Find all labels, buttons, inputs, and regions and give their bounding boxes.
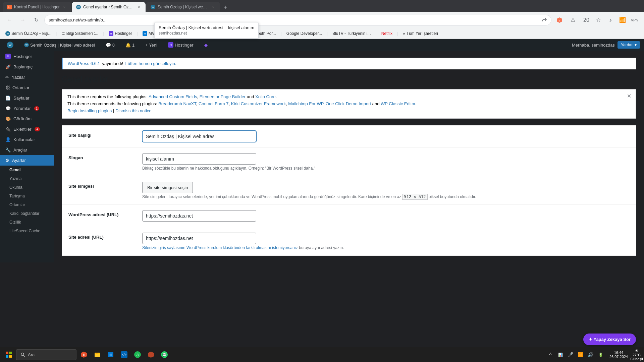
update-version-link[interactable]: WordPress 6.6.1	[68, 61, 100, 66]
begin-installing-link[interactable]: Begin installing plugins	[67, 108, 112, 113]
svg-text:B: B	[83, 353, 85, 356]
svg-text:W: W	[7, 33, 9, 35]
alert-icon[interactable]: ⚠	[568, 15, 578, 25]
sidebar-item-gorunum[interactable]: 🎨 Görünüm	[0, 114, 54, 124]
sidebar-sub-ortamlar2[interactable]: Ortamlar	[0, 200, 54, 209]
ai-button[interactable]: ✦ Yapay Zekaya Sor	[583, 334, 636, 345]
start-button[interactable]	[3, 349, 15, 361]
cf7-link[interactable]: Contact Form 7	[199, 101, 229, 106]
new-content-button[interactable]: + Yeni	[143, 39, 160, 51]
sidebar-item-ortamlar[interactable]: 🖼 Ortamlar	[0, 82, 54, 93]
bookmark-2[interactable]: ::: Bilgi Sistemleri :...	[59, 31, 101, 37]
site-title-row: Site başlığı	[62, 125, 636, 148]
tab-2-close[interactable]: ×	[136, 4, 142, 10]
bookmark-blutv[interactable]: BluTV - Türkiyenin i...	[330, 31, 373, 37]
site-url-input[interactable]	[142, 233, 256, 244]
sidebar-sub-tartisma[interactable]: Tartışma	[0, 192, 54, 200]
breadcrumb-link[interactable]: Breadcrumb NavXT	[158, 101, 196, 106]
taskbar-battery-icon[interactable]: 🔋	[596, 350, 605, 359]
hostinger-bar-item[interactable]: H Hostinger	[165, 39, 196, 51]
site-url-label: Site adresi (URL)	[68, 233, 142, 240]
tab-3[interactable]: W Semih Özdaş | Kişisel web adresi ×	[146, 2, 220, 12]
taskbar-whatsapp-item[interactable]: 💬	[158, 349, 170, 361]
ortamlar-icon: 🖼	[5, 85, 10, 90]
tab-3-close[interactable]: ×	[211, 4, 216, 10]
bookmark-all[interactable]: » Tüm Yer İşaretleri	[400, 31, 441, 37]
taskbar-system-1[interactable]: 📊	[556, 350, 565, 359]
sidebar-sub-litespeed[interactable]: LiteSpeed Cache	[0, 227, 54, 235]
sidebar-item-sayfalar[interactable]: 📄 Sayfalar	[0, 93, 54, 103]
extension-icon-1[interactable]: 20	[581, 15, 592, 25]
sidebar-item-eklentiler[interactable]: 🔌 Eklentiler 4	[0, 124, 54, 134]
sidebar-item-ayarlar[interactable]: ⚙ Ayarlar	[0, 155, 54, 166]
tab-2[interactable]: W Genel ayarlar ‹ Semih Özdaş | ×	[72, 2, 146, 12]
taskbar-volume-icon[interactable]: 🔊	[586, 350, 595, 359]
site-title-input[interactable]	[142, 131, 256, 142]
sidebar-item-baslangic[interactable]: 🚀 Başlangıç	[0, 62, 54, 72]
help-button[interactable]: Yardım ▾	[618, 41, 640, 49]
taskbar-files-item[interactable]	[91, 349, 103, 361]
bookmark-hostinger[interactable]: H Hostinger	[106, 31, 135, 37]
sidebar-sub-genel[interactable]: Genel	[0, 166, 54, 174]
wp-site-name[interactable]: W Semih Özdaş | Kişisel web adresi	[21, 39, 98, 51]
updates-icon[interactable]: 🔔 1	[123, 39, 137, 51]
bookmark-1[interactable]: W Semih ÖZDAŞ – kişi...	[3, 31, 54, 37]
notice-close-button[interactable]: ✕	[625, 92, 633, 100]
acf-link[interactable]: Advanced Custom Fields	[149, 94, 197, 99]
dismiss-notice-link[interactable]: Dismiss this notice	[115, 108, 152, 113]
taskbar-mic-icon[interactable]: 🎤	[566, 350, 575, 359]
site-icon-size: 512 × 512	[402, 194, 427, 200]
site-icon-button[interactable]: Bir site simgesi seçin	[142, 182, 193, 193]
bookmark-netflix[interactable]: Netflix	[379, 31, 395, 37]
taskbar-search[interactable]: Ara	[16, 349, 76, 360]
update-action-link[interactable]: Lütfen hemen güncelleyin.	[125, 61, 176, 66]
forward-button[interactable]: →	[17, 15, 28, 25]
address-bar[interactable]: semihozdas.net/wp-admin/o...	[44, 15, 551, 25]
sidebar-sub-yazma[interactable]: Yazma	[0, 174, 54, 183]
oneclickdemo-link[interactable]: One Click Demo Import	[326, 101, 371, 106]
vpn-label[interactable]: VPN	[629, 15, 640, 25]
kirki-link[interactable]: Kirki Customizer Framework	[231, 101, 286, 106]
bookmark-google[interactable]: Google Developer...	[284, 31, 325, 37]
elementor-link[interactable]: Elementor Page Builder	[200, 94, 246, 99]
weather-temp: 27°C	[633, 353, 641, 357]
wp-logo-item[interactable]: W	[4, 39, 16, 51]
comments-icon[interactable]: 💬 8	[103, 39, 117, 51]
sidebar-item-kullanicilar[interactable]: 👤 Kullanıcılar	[0, 134, 54, 145]
taskbar-brave-item2[interactable]	[145, 349, 157, 361]
sidebar-sub-okuma[interactable]: Okuma	[0, 183, 54, 192]
tab-1[interactable]: H Kontrol Paneli | Hostinger ×	[3, 2, 71, 12]
taskbar-wifi-icon[interactable]: 📶	[576, 350, 585, 359]
sidebar-item-yazilar[interactable]: ✏ Yazılar	[0, 72, 54, 82]
files-taskbar-icon	[94, 351, 101, 358]
tab-1-close[interactable]: ×	[62, 4, 67, 10]
sidebar-sub-gizlilik[interactable]: Gizlilik	[0, 218, 54, 227]
slogan-input[interactable]	[142, 153, 256, 165]
sidebar-yazma-label: Yazma	[9, 176, 21, 181]
site-url-hint-link[interactable]: Sitenizin giriş sayfasının WordPress kur…	[142, 245, 298, 250]
new-tab-button[interactable]: +	[221, 3, 230, 12]
wpclassic-link[interactable]: WP Classic Editor	[381, 101, 415, 106]
mailchimp-link[interactable]: Mailchimp For WP	[288, 101, 323, 106]
weather-widget[interactable]: ☀ 27°C Güneşli	[632, 350, 641, 359]
bookmark-star-icon[interactable]: ☆	[593, 15, 604, 25]
sidebar-item-hostinger[interactable]: H Hostinger	[0, 51, 54, 62]
diamond-item[interactable]: ◆	[202, 39, 210, 51]
taskbar-explorer-item[interactable]: ⊞	[105, 349, 117, 361]
sidebar-item-yorumlar[interactable]: 💬 Yorumlar 1	[0, 103, 54, 114]
wp-url-input[interactable]	[142, 210, 256, 222]
taskbar-clock[interactable]: 16:44 26.07.2024	[607, 351, 631, 359]
wifi-icon[interactable]: 📶	[617, 15, 628, 25]
hostinger-bar-label: Hostinger	[175, 43, 194, 48]
taskbar-vscode-item[interactable]: </>	[118, 349, 130, 361]
music-icon[interactable]: ♪	[605, 15, 616, 25]
sidebar-item-araclar[interactable]: 🔧 Araçlar	[0, 145, 54, 155]
reload-button[interactable]: ↻	[31, 15, 42, 25]
sidebar-sub-kalici[interactable]: Kalıcı bağlantılar	[0, 209, 54, 218]
back-button[interactable]: ←	[4, 15, 15, 25]
show-hidden-icons[interactable]: ^	[546, 350, 555, 359]
taskbar-browser-item[interactable]: B	[78, 349, 90, 361]
svg-rect-32	[96, 353, 98, 354]
xolio-link[interactable]: Xolio Core	[255, 94, 276, 99]
taskbar-spotify-item[interactable]: ♫	[131, 349, 144, 361]
